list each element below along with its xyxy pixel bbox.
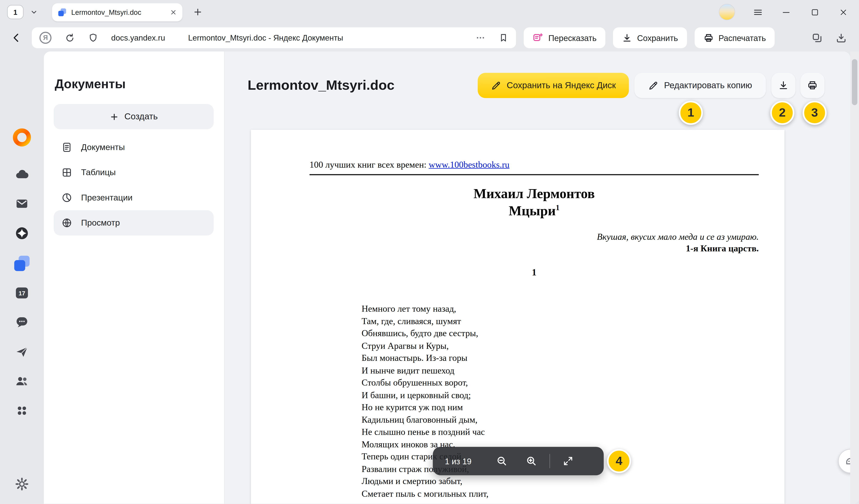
downloads-button[interactable]: [833, 32, 849, 44]
create-button[interactable]: Создать: [54, 104, 214, 129]
sidebar-item-label: Презентации: [81, 193, 133, 203]
sidebar-item-tables[interactable]: Таблицы: [54, 160, 214, 185]
poem-line: Людьми и смертию забыт,: [362, 475, 759, 487]
shield-icon[interactable]: [88, 33, 98, 43]
header-text: 100 лучших книг всех времен:: [310, 159, 428, 170]
zoom-out-button[interactable]: [494, 451, 510, 471]
poem-line: Не слышно пенье в поздний час: [362, 426, 759, 438]
tab-strip: 1 Lermontov_Mtsyri.doc: [0, 0, 859, 24]
page-title: Lermontov_Mtsyri.doc: [247, 77, 394, 93]
save-page-button[interactable]: Сохранить: [613, 28, 687, 48]
messenger-icon[interactable]: [15, 315, 29, 329]
download-document-button[interactable]: [771, 73, 796, 98]
document-title: Мцыри1: [310, 203, 759, 218]
reload-icon[interactable]: [65, 33, 75, 43]
print-page-button[interactable]: Распечатать: [694, 28, 774, 48]
user-avatar[interactable]: [719, 4, 735, 20]
minimize-icon: [781, 7, 791, 17]
poem-line: И нынче видит пешеход: [362, 365, 759, 377]
callout-3: 3: [802, 101, 827, 125]
poem-line: Обнявшись, будто две сестры,: [362, 327, 759, 340]
maximize-icon: [810, 7, 819, 17]
poem-line: Но не курится уж под ним: [362, 401, 759, 414]
calendar-icon[interactable]: 17: [14, 285, 29, 300]
yandex-logo-icon[interactable]: Я: [40, 32, 51, 44]
web-content-area: Документы Создать Документы: [44, 51, 850, 504]
calendar-day-label: 17: [18, 290, 25, 297]
collections-button[interactable]: [809, 32, 825, 44]
pie-chart-icon: [61, 192, 72, 203]
toolbar-divider: [549, 454, 550, 468]
footnote-mark: 1: [556, 203, 560, 212]
mail-icon[interactable]: [15, 197, 29, 211]
close-icon: [839, 7, 848, 17]
bookmark-icon[interactable]: [498, 33, 508, 43]
robot-icon: [844, 455, 850, 467]
disk-cloud-icon[interactable]: [15, 168, 29, 182]
edge-sidebar-widget[interactable]: [838, 449, 850, 473]
sidebar-item-label: Документы: [81, 142, 125, 152]
sidebar-item-presentations[interactable]: Презентации: [54, 185, 214, 210]
yandex-browser-logo-icon[interactable]: [12, 127, 32, 147]
expand-icon: [562, 456, 573, 467]
browser-menu-button[interactable]: [752, 6, 764, 18]
hamburger-icon: [753, 7, 763, 17]
back-button[interactable]: [9, 32, 24, 44]
zoom-in-button[interactable]: [523, 451, 540, 471]
save-to-disk-label: Сохранить на Яндекс Диск: [507, 80, 616, 90]
create-label: Создать: [124, 112, 157, 122]
tab-counter-button[interactable]: 1: [7, 5, 24, 19]
printer-icon: [807, 80, 818, 91]
callout-2: 2: [770, 101, 794, 125]
zen-icon[interactable]: [15, 226, 29, 240]
zoom-out-icon: [496, 455, 508, 467]
sidebar-item-view[interactable]: Просмотр: [54, 210, 214, 235]
all-services-grid-icon[interactable]: [15, 403, 29, 418]
sidebar-item-documents[interactable]: Документы: [54, 135, 214, 160]
plus-icon: [193, 7, 203, 17]
pencil-icon: [491, 80, 501, 91]
settings-gear-icon[interactable]: [15, 477, 29, 491]
callout-4: 4: [607, 449, 631, 473]
retell-label: Пересказать: [548, 33, 597, 42]
poem-line: И башни, и церковный свод;: [362, 389, 759, 401]
sidebar-item-label: Таблицы: [81, 168, 116, 178]
app-title: Документы: [55, 77, 126, 91]
more-options-icon[interactable]: [476, 33, 485, 43]
vertical-scrollbar[interactable]: [850, 51, 859, 504]
viewer-content: Lermontov_Mtsyri.doc Сохранить на Яндекс…: [225, 51, 850, 504]
edit-copy-button[interactable]: Редактировать копию: [634, 73, 766, 98]
download-icon: [778, 80, 789, 91]
save-to-disk-button[interactable]: Сохранить на Яндекс Диск: [478, 73, 629, 98]
document-icon: [61, 142, 72, 153]
poem-line: Немного лет тому назад,: [362, 303, 759, 315]
address-bar[interactable]: Я docs.yandex.ru Lermontov_Mtsyri.doc - …: [32, 28, 516, 48]
maximize-button[interactable]: [809, 6, 820, 18]
plus-icon: [109, 112, 119, 121]
epigraph: Вкушая, вкусих мало меда и се аз умираю.: [310, 232, 759, 243]
fullscreen-button[interactable]: [560, 451, 576, 471]
scrollbar-thumb[interactable]: [852, 59, 858, 105]
poem-line: Там, где, сливаяся, шумят: [362, 315, 759, 327]
tab-list-dropdown-button[interactable]: [26, 5, 42, 19]
sidebar-item-label: Просмотр: [81, 218, 120, 228]
downloads-icon: [835, 32, 847, 44]
viewer-toolbar: 1 из 19: [433, 447, 604, 475]
header-link[interactable]: www.100bestbooks.ru: [428, 159, 509, 170]
minimize-button[interactable]: [780, 6, 792, 18]
tab-close-icon[interactable]: [170, 9, 177, 16]
save-label: Сохранить: [637, 33, 678, 42]
app-sidebar: Документы Создать Документы: [44, 51, 225, 504]
address-row: Я docs.yandex.ru Lermontov_Mtsyri.doc - …: [0, 24, 859, 51]
epigraph-source: 1-я Книга царств.: [310, 243, 759, 254]
pencil-icon: [648, 80, 659, 91]
active-tab[interactable]: Lermontov_Mtsyri.doc: [52, 3, 182, 21]
poem-line: Был монастырь. Из-за горы: [362, 352, 759, 364]
documents-app-icon[interactable]: [13, 254, 31, 273]
contacts-people-icon[interactable]: [15, 374, 29, 388]
send-plane-icon[interactable]: [15, 345, 29, 359]
print-document-button[interactable]: [800, 73, 825, 98]
new-tab-button[interactable]: [190, 4, 205, 19]
retell-button[interactable]: Пересказать: [524, 28, 605, 48]
close-window-button[interactable]: [837, 6, 849, 18]
